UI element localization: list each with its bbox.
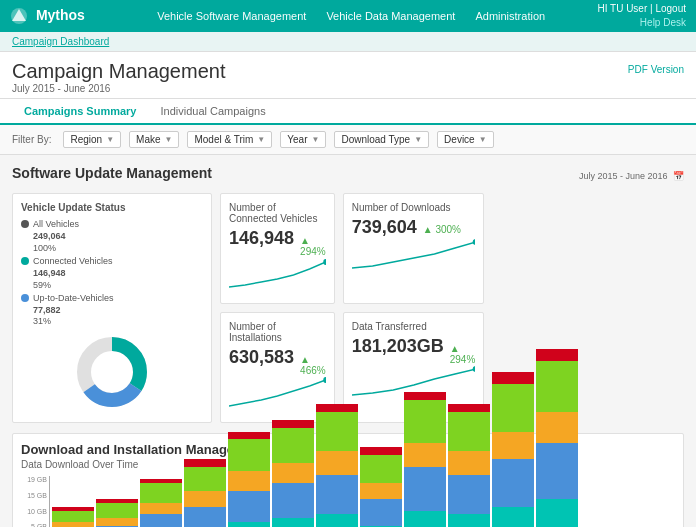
nav-links: Vehicle Software Management Vehicle Data…: [105, 10, 598, 22]
bar-group: [404, 392, 446, 527]
software-section-title: Software Update Management: [12, 165, 212, 181]
stats-right: Number of Connected Vehicles 146,948 ▲ 2…: [220, 193, 484, 423]
breadcrumb: Campaign Dashboard: [0, 32, 696, 52]
pdf-link[interactable]: PDF Version: [628, 64, 684, 75]
all-vehicles-label: All Vehicles: [33, 219, 79, 229]
bar-group: [316, 404, 358, 527]
bar-chart: 19 GB 15 GB 10 GB 5 GB 0 GB Jul 2015Aug …: [21, 476, 675, 527]
top-navigation: Mythos Vehicle Software Management Vehic…: [0, 0, 696, 32]
downloads-stat: Number of Downloads 739,604 ▲ 300%: [343, 193, 485, 304]
filter-bar: Filter By: Region▼ Make▼ Model & Trim▼ Y…: [0, 125, 696, 155]
bar-group: [96, 499, 138, 527]
app-logo: Mythos: [10, 7, 85, 25]
up-to-date-label: Up-to-Date-Vehicles: [33, 293, 114, 303]
nav-vehicle-software[interactable]: Vehicle Software Management: [157, 10, 306, 22]
page-header: Campaign Management July 2015 - June 201…: [0, 52, 696, 99]
filter-region[interactable]: Region▼: [63, 131, 121, 148]
filter-year[interactable]: Year▼: [280, 131, 326, 148]
main-content: Software Update Management July 2015 - J…: [0, 155, 696, 527]
software-date-range: July 2015 - June 2016 📅: [579, 171, 684, 181]
nav-vehicle-data[interactable]: Vehicle Data Management: [326, 10, 455, 22]
filter-download-type[interactable]: Download Type▼: [334, 131, 429, 148]
filter-make[interactable]: Make▼: [129, 131, 179, 148]
user-info: HI TU User | Logout Help Desk: [597, 2, 686, 30]
download-section: Download and Installation Management Dat…: [12, 433, 684, 527]
bars-area: [49, 476, 675, 527]
filter-model-trim[interactable]: Model & Trim▼: [187, 131, 272, 148]
connected-vehicles-label: Connected Vehicles: [33, 256, 113, 266]
bar-group: [272, 420, 314, 527]
stats-grid: Vehicle Update Status All Vehicles 249,0…: [12, 193, 684, 423]
svg-point-4: [323, 259, 325, 265]
vehicle-status-card: Vehicle Update Status All Vehicles 249,0…: [12, 193, 212, 423]
donut-chart: [21, 332, 203, 412]
bar-group: [184, 459, 226, 527]
y-axis-labels: 19 GB 15 GB 10 GB 5 GB 0 GB: [21, 476, 47, 527]
bar-group: [52, 507, 94, 527]
tab-individual-campaigns[interactable]: Individual Campaigns: [148, 99, 277, 125]
bar-group: [536, 349, 578, 527]
filter-device[interactable]: Device▼: [437, 131, 494, 148]
legend-items: All Vehicles 249,064 100% Connected Vehi…: [21, 219, 203, 326]
bar-group: [140, 479, 182, 527]
page-subtitle: July 2015 - June 2016: [12, 83, 225, 94]
svg-point-5: [472, 239, 475, 245]
tab-campaigns-summary[interactable]: Campaigns Summary: [12, 99, 148, 125]
page-title: Campaign Management: [12, 60, 225, 83]
svg-point-7: [472, 366, 475, 372]
bar-group: [492, 372, 534, 527]
bar-group: [360, 447, 402, 527]
tabs-bar: Campaigns Summary Individual Campaigns: [0, 99, 696, 125]
bar-group: [228, 432, 270, 527]
nav-administration[interactable]: Administration: [475, 10, 545, 22]
connected-vehicles-stat: Number of Connected Vehicles 146,948 ▲ 2…: [220, 193, 335, 304]
svg-point-6: [323, 377, 325, 383]
filter-label: Filter By:: [12, 134, 51, 145]
bar-group: [448, 404, 490, 527]
